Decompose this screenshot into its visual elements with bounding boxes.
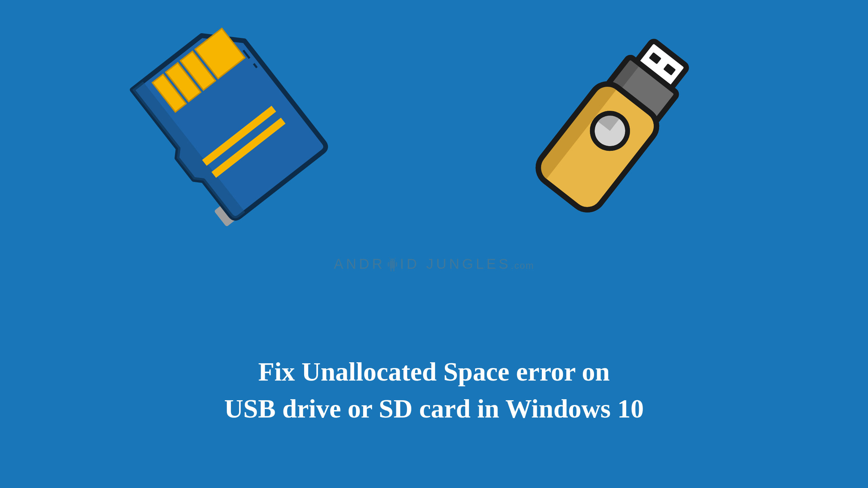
watermark-text-part2: ID: [400, 256, 419, 272]
svg-rect-18: [390, 262, 395, 268]
svg-point-20: [393, 260, 394, 261]
title-line-1: Fix Unallocated Space error on: [43, 353, 825, 390]
sd-card-icon: [115, 5, 343, 240]
svg-rect-24: [393, 268, 394, 271]
svg-rect-21: [388, 262, 389, 267]
title-line-2: USB drive or SD card in Windows 10: [43, 390, 825, 427]
watermark-text-suffix: .com: [511, 260, 534, 271]
watermark-text-part3: JUNGLES: [426, 256, 511, 272]
featured-image-canvas: ANDR ID JUNGLES.com Fix Unallocated Spac…: [0, 0, 868, 488]
usb-drive-icon: [517, 22, 710, 231]
svg-line-26: [394, 257, 395, 259]
svg-point-19: [391, 260, 392, 261]
svg-rect-23: [390, 268, 392, 271]
android-robot-icon: [386, 257, 399, 273]
svg-line-25: [389, 257, 390, 259]
title-text: Fix Unallocated Space error on USB drive…: [43, 353, 825, 427]
watermark-logo: ANDR ID JUNGLES.com: [334, 256, 534, 273]
watermark-text-part1: ANDR: [334, 256, 385, 272]
svg-rect-22: [396, 262, 397, 267]
